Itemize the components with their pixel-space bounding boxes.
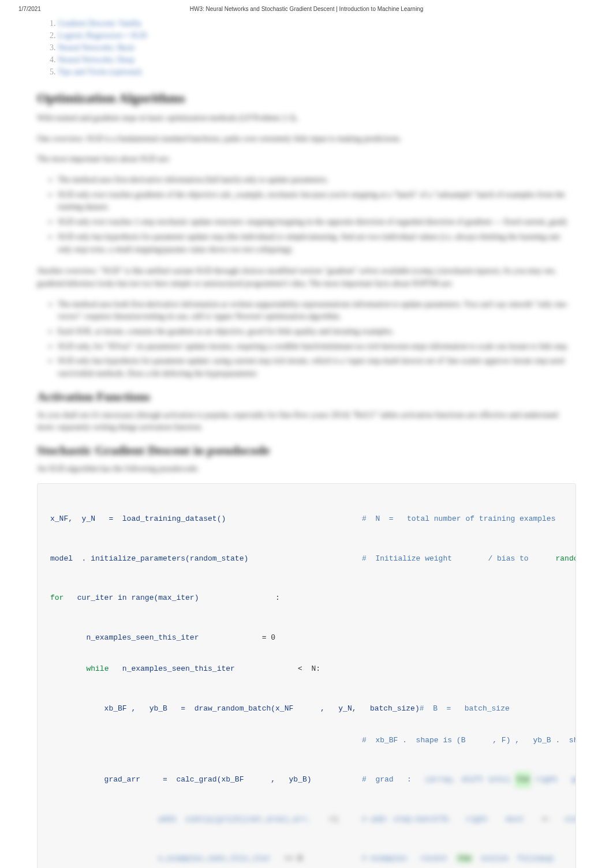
code-line: while n_examples_seen_this_iter < N:	[50, 661, 563, 677]
code-line: n_examples_seen_this_iter += B# examples…	[50, 851, 563, 866]
para: An SGD algorithm has the following pseud…	[37, 463, 576, 475]
toc-list: Gradient Descent: Vanilla Logistic Regre…	[58, 17, 576, 78]
heading-optimization: Optimization Algorithms	[37, 91, 576, 106]
toc-item: Tips and Tricks (optional)	[58, 66, 576, 78]
toc-link[interactable]: Neural Networks: Deep	[58, 55, 134, 64]
para: As you shall see it's necessary (though …	[37, 409, 576, 434]
code-line: n_examples_seen_this_iter = 0	[50, 630, 563, 645]
toc-link[interactable]: Gradient Descent: Vanilla	[58, 19, 141, 28]
toc-link[interactable]: Logistic Regression + SGD	[58, 31, 147, 40]
code-line: x_NF, y_N = load_training_dataset()# N =…	[50, 511, 563, 527]
para: Another overview: "SGD" is like unified …	[37, 265, 576, 290]
code-line: grad_arr = calc_grad(xb_BF , yb_B)# grad…	[50, 772, 563, 787]
toc-item: Neural Networks: Basic	[58, 42, 576, 54]
code-line: xb_BF , yb_B = draw_random_batch(x_NF , …	[50, 701, 563, 716]
bullet-item: SGD only has hypothesis for parameter up…	[58, 231, 576, 255]
document-body: Gradient Descent: Vanilla Logistic Regre…	[0, 0, 613, 868]
para: The most important facts about SGD are:	[37, 153, 576, 166]
bullet-list: The method uses both first-derivative in…	[58, 298, 576, 380]
bullet-item: SGD only ever touches 1-step stochastic …	[58, 216, 576, 228]
bullet-item: SGD only ever touches gradients of the o…	[58, 189, 576, 213]
bullet-item: SGD only has hypothesis for parameter up…	[58, 355, 576, 379]
code-line: model . initialize_parameters(random_sta…	[50, 551, 563, 566]
code-line: # xb_BF . shape is (B , F) , yb_B . shap…	[50, 732, 563, 748]
para: One overview: SGD is a fundamental stand…	[37, 133, 576, 145]
bullet-item: The method uses both first-derivative in…	[58, 298, 576, 323]
toc-item: Neural Networks: Deep	[58, 54, 576, 66]
toc-link[interactable]: Tips and Tricks (optional)	[58, 67, 141, 76]
code-line: add1 subtly(gr1(0)(net_area)_arr, r)# ad…	[50, 811, 563, 827]
heading-sgd-pseudocode: Stochastic Gradient Descent in pseudocod…	[37, 443, 576, 458]
toc-item: Logistic Regression + SGD	[58, 29, 576, 42]
code-line: for cur_iter in range(max_iter) :	[50, 590, 563, 606]
bullet-list: The method uses first-derivative informa…	[58, 174, 576, 255]
bullet-item: SGD only, for "SOvar": its parameters' u…	[58, 340, 576, 353]
toc-link[interactable]: Neural Networks: Basic	[58, 43, 136, 52]
code-block: x_NF, y_N = load_training_dataset()# N =…	[37, 483, 576, 868]
para: With trained and gradient steps in basic…	[37, 112, 576, 125]
bullet-item: Each SOE, at iterate, contains the gradi…	[58, 325, 576, 338]
heading-activation: Activation Functions	[37, 389, 576, 404]
bullet-item: The method uses first-derivative informa…	[58, 174, 576, 186]
page-header-title: HW3: Neural Networks and Stochastic Grad…	[0, 6, 613, 12]
